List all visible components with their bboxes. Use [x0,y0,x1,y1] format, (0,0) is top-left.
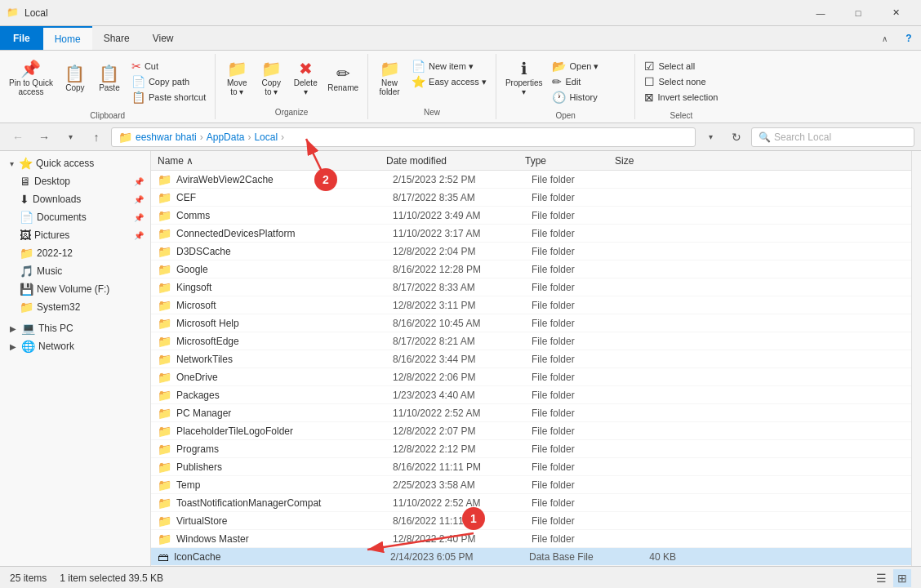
paste-shortcut-label: Paste shortcut [149,92,206,102]
file-name-12: Packages [176,390,393,401]
tab-share[interactable]: Share [92,26,141,50]
file-row[interactable]: 📁 Temp 2/25/2023 3:58 AM File folder [151,476,911,494]
file-row[interactable]: 📁 ConnectedDevicesPlatform 11/10/2022 3:… [151,225,911,243]
select-all-button[interactable]: ☑ Select all [640,59,722,74]
details-view-button[interactable]: ⊞ [893,569,911,587]
copy-icon: 📋 [65,65,85,82]
search-bar[interactable]: 🔍 Search Local [751,127,914,147]
col-header-type[interactable]: Type [525,155,615,167]
history-button[interactable]: 🕐 History [548,90,630,105]
file-row[interactable]: 📁 OneDrive 12/8/2022 2:06 PM File folder [151,368,911,386]
window-controls: — □ ✕ [802,0,914,26]
copy-button[interactable]: 📋 Copy [59,57,91,100]
dropdown-locations-button[interactable]: ▾ [699,126,722,149]
file-date-1: 8/17/2022 8:35 AM [393,192,532,203]
breadcrumb-sep-1: › [200,131,203,143]
new-item-label: New item ▾ [429,61,474,72]
file-row[interactable]: 📁 MicrosoftEdge 8/17/2022 8:21 AM File f… [151,332,911,350]
right-scrollbar[interactable] [911,151,921,566]
sidebar-item-system32[interactable]: 📁 System32 [0,298,150,316]
select-none-button[interactable]: ☐ Select none [640,74,722,89]
new-item-button[interactable]: 📄 New item ▾ [407,59,491,74]
invert-selection-button[interactable]: ⊠ Invert selection [640,90,722,105]
file-date-5: 8/16/2022 12:28 PM [393,264,532,275]
breadcrumb-local[interactable]: Local [254,131,278,143]
sidebar-quick-access[interactable]: ▾ ⭐ Quick access [0,154,150,172]
list-view-button[interactable]: ☰ [872,569,890,587]
properties-button[interactable]: ℹ Properties▾ [501,57,547,100]
file-row[interactable]: 📁 Packages 1/23/2023 4:40 AM File folder [151,386,911,404]
folder-2022-12-label: 2022-12 [37,247,144,259]
file-row[interactable]: 📁 D3DSCache 12/8/2022 2:04 PM File folde… [151,243,911,261]
file-row[interactable]: 📁 Programs 12/8/2022 2:12 PM File folder [151,440,911,458]
minimize-button[interactable]: — [802,0,839,26]
copy-path-button[interactable]: 📄 Copy path [127,74,210,89]
file-row[interactable]: 📁 Microsoft Help 8/16/2022 10:45 AM File… [151,314,911,332]
file-name-20: Windows Master [176,533,393,545]
copy-to-button[interactable]: 📁 Copyto ▾ [255,57,287,100]
file-row[interactable]: 📁 PlaceholderTileLogoFolder 12/8/2022 2:… [151,422,911,440]
help-button[interactable]: ? [897,26,921,51]
sidebar-item-2022-12[interactable]: 📁 2022-12 [0,244,150,262]
delete-button[interactable]: ✖ Delete▾ [289,57,322,100]
move-to-icon: 📁 [227,60,247,77]
col-header-size[interactable]: Size [615,155,680,167]
select-small-stack: ☑ Select all ☐ Select none ⊠ Invert sele… [640,57,722,106]
tab-view[interactable]: View [141,26,185,50]
forward-button[interactable]: → [33,126,56,149]
tab-home[interactable]: Home [43,26,92,50]
file-date-16: 8/16/2022 11:11 PM [393,461,532,473]
file-row[interactable]: 📁 NetworkTiles 8/16/2022 3:44 PM File fo… [151,350,911,368]
rename-button[interactable]: ✏ Rename [323,57,363,100]
sidebar-item-desktop[interactable]: 🖥 Desktop 📌 [0,172,150,190]
sidebar-item-downloads[interactable]: ⬇ Downloads 📌 [0,190,150,208]
sidebar-item-new-volume[interactable]: 💾 New Volume (F:) [0,280,150,298]
recent-locations-button[interactable]: ▾ [59,126,82,149]
sidebar-item-documents[interactable]: 📄 Documents 📌 [0,208,150,226]
col-header-date[interactable]: Date modified [386,155,525,167]
sidebar-item-music[interactable]: 🎵 Music [0,262,150,280]
close-button[interactable]: ✕ [877,0,914,26]
file-row[interactable]: 📁 Publishers 8/16/2022 11:11 PM File fol… [151,458,911,476]
sidebar-item-pictures[interactable]: 🖼 Pictures 📌 [0,226,150,244]
file-size-21: 40 KB [619,551,684,563]
sidebar-this-pc[interactable]: ▶ 💻 This PC [0,319,150,337]
easy-access-button[interactable]: ⭐ Easy access ▾ [407,74,491,89]
new-folder-button[interactable]: 📁 Newfolder [373,57,406,100]
move-to-button[interactable]: 📁 Moveto ▾ [220,57,253,100]
col-header-name[interactable]: Name ∧ [158,155,386,167]
paste-button[interactable]: 📋 Paste [93,57,126,100]
maximize-button[interactable]: □ [839,0,877,26]
back-button[interactable]: ← [7,126,29,149]
breadcrumb-user[interactable]: eeshwar bhati [136,131,197,143]
organize-label: Organize [275,106,309,119]
file-row[interactable]: 📁 VirtualStore 8/16/2022 11:11 PM File f… [151,512,911,530]
edit-button[interactable]: ✏ Edit [548,74,630,89]
file-row[interactable]: 🗃 IconCache 2/14/2023 6:05 PM Data Base … [151,548,911,566]
ribbon-collapse-button[interactable]: ∧ [872,26,897,51]
file-row[interactable]: 📁 Microsoft 12/8/2022 3:11 PM File folde… [151,296,911,314]
select-label: Select [670,109,693,122]
tab-file[interactable]: File [0,26,43,50]
pin-quick-access-button[interactable]: 📌 Pin to Quickaccess [5,57,57,100]
breadcrumb[interactable]: 📁 eeshwar bhati › AppData › Local › [111,127,696,147]
breadcrumb-appdata[interactable]: AppData [207,131,245,143]
paste-shortcut-button[interactable]: 📋 Paste shortcut [127,90,210,105]
file-date-7: 12/8/2022 3:11 PM [393,300,532,311]
file-row[interactable]: 📁 Google 8/16/2022 12:28 PM File folder [151,261,911,278]
up-button[interactable]: ↑ [85,126,108,149]
refresh-button[interactable]: ↻ [725,126,748,149]
downloads-label: Downloads [33,194,131,205]
sidebar-network[interactable]: ▶ 🌐 Network [0,337,150,355]
file-row[interactable]: 📁 Kingsoft 8/17/2022 8:33 AM File folder [151,278,911,296]
file-row[interactable]: 📁 ToastNotificationManagerCompat 11/10/2… [151,494,911,512]
file-row[interactable]: 📁 CEF 8/17/2022 8:35 AM File folder [151,189,911,207]
open-button[interactable]: 📂 Open ▾ [548,59,630,74]
file-row[interactable]: 📁 Windows Master 12/8/2022 2:40 PM File … [151,530,911,548]
file-row[interactable]: 📁 Comms 11/10/2022 3:49 AM File folder [151,207,911,225]
file-row[interactable]: 📁 PC Manager 11/10/2022 2:52 AM File fol… [151,404,911,422]
file-row[interactable]: 📁 AviraWebView2Cache 2/15/2023 2:52 PM F… [151,171,911,189]
file-icon-3: 📁 [158,227,171,240]
edit-label: Edit [565,77,581,87]
cut-button[interactable]: ✂ Cut [127,59,210,74]
